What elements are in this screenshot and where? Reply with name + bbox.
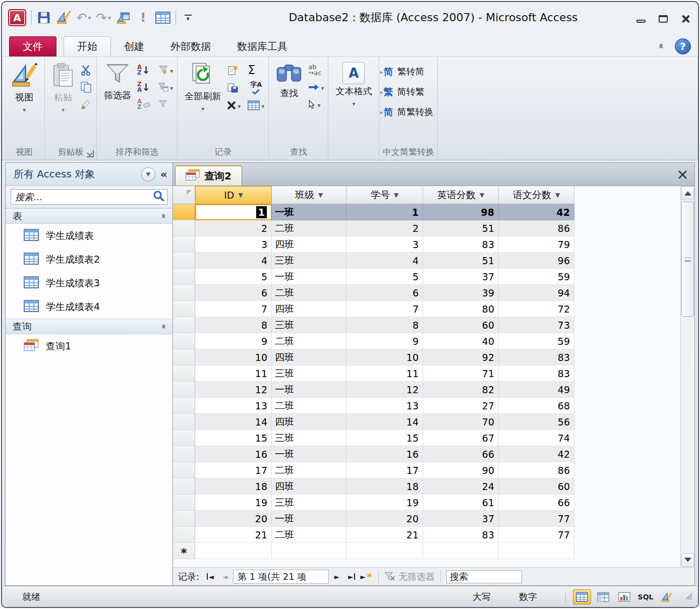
no-filter-button[interactable]: 无筛选器 [384,571,435,583]
row-selector[interactable] [173,398,195,414]
scrollbar-thumb[interactable] [681,202,694,317]
cell[interactable]: 一班 [272,269,346,285]
resize-grip-icon[interactable] [684,591,693,602]
advanced-filter-button[interactable] [158,64,173,76]
save-icon[interactable] [37,10,51,26]
cell[interactable]: 1 [346,204,423,220]
datasheet-view-icon[interactable] [573,589,591,604]
view-switch-icon[interactable] [116,10,131,26]
row-selector[interactable] [173,204,195,220]
cell[interactable]: 51 [423,253,499,269]
cell[interactable]: 4 [195,253,272,269]
refresh-all-button[interactable]: 全部刷新 [182,61,224,114]
cell[interactable]: 17 [195,462,272,478]
sidebar-item-query-1[interactable]: 查询1 [6,334,172,358]
design-view-icon[interactable] [658,589,676,604]
design-view-icon[interactable] [56,10,71,26]
cut-button[interactable] [80,64,92,76]
tab-database-tools[interactable]: 数据库工具 [224,36,301,56]
cell[interactable]: 66 [423,446,499,462]
cell[interactable]: 二班 [272,527,346,543]
cell[interactable]: 74 [499,430,574,446]
record-search-input[interactable] [446,570,522,583]
cell[interactable]: 20 [346,511,423,527]
simplified-traditional-convert-button[interactable]: 简 简繁转换 [383,104,433,119]
scrollbar-track[interactable] [681,201,694,553]
cell[interactable]: 60 [423,317,499,333]
cell[interactable]: 11 [195,366,272,382]
cell[interactable]: 四班 [272,349,346,366]
save-record-button[interactable] [227,82,241,94]
row-selector[interactable] [173,269,195,285]
cell[interactable]: 77 [499,511,574,527]
cell[interactable]: 三班 [272,253,346,269]
navigation-menu-icon[interactable]: ▼ [141,167,155,181]
cell[interactable]: 56 [499,414,574,430]
scroll-up-icon[interactable] [681,187,694,200]
copy-button[interactable] [80,81,92,93]
redo-icon[interactable]: ↷▾ [96,10,110,26]
cell[interactable]: 14 [195,414,272,430]
cell[interactable]: 9 [346,333,423,349]
cell[interactable]: 72 [499,301,574,317]
cell[interactable]: 四班 [272,301,346,317]
last-record-button[interactable]: ► [345,570,358,583]
pivottable-view-icon[interactable] [594,589,612,604]
cell[interactable]: 9 [195,333,272,349]
cell[interactable]: 10 [346,349,423,366]
cell[interactable]: 二班 [272,462,346,478]
cell[interactable]: 51 [423,220,499,236]
cell[interactable]: 94 [499,285,574,301]
collapse-ribbon-icon[interactable]: » [656,43,666,49]
search-input[interactable] [15,192,153,202]
cell[interactable]: 61 [423,495,499,511]
table-icon[interactable] [155,10,170,26]
cell[interactable]: 60 [499,478,574,495]
cell[interactable]: 三班 [272,430,346,446]
row-selector[interactable] [173,511,195,527]
cell[interactable]: 12 [346,382,423,398]
cell[interactable]: 5 [346,269,423,285]
tab-file[interactable]: 文件 [9,36,56,56]
sidebar-item-table-3[interactable]: 学生成绩表3 [6,271,172,295]
cell[interactable]: 68 [499,398,574,414]
cell[interactable]: 一班 [272,382,346,398]
cell[interactable]: 8 [195,317,272,333]
empty-cell[interactable] [195,543,272,559]
new-record-selector[interactable]: * [173,543,195,559]
row-selector[interactable] [173,317,195,333]
cell[interactable]: 二班 [272,333,346,349]
row-selector[interactable] [173,236,195,253]
cell[interactable]: 92 [423,349,499,366]
row-selector[interactable] [173,495,195,511]
cell[interactable]: 7 [346,301,423,317]
cell[interactable]: 二班 [272,285,346,301]
cell[interactable]: 14 [346,414,423,430]
cell[interactable]: 四班 [272,414,346,430]
cell[interactable]: 86 [499,462,574,478]
cell[interactable]: 18 [346,478,423,495]
document-tab-query2[interactable]: 查询2 [175,165,242,186]
column-header-语文分数[interactable]: 语文分数▼ [499,186,574,204]
cell[interactable]: 71 [423,366,499,382]
cell[interactable]: 40 [423,333,499,349]
tab-create[interactable]: 创建 [111,36,157,56]
cell[interactable]: 82 [423,382,499,398]
cell[interactable]: 16 [195,446,272,462]
pivotchart-view-icon[interactable] [615,589,633,604]
search-icon[interactable] [153,190,165,204]
cell[interactable]: 98 [423,204,499,220]
cell[interactable]: 59 [499,269,574,285]
column-header-ID[interactable]: ID▼ [195,186,272,204]
undo-icon[interactable]: ↶▾ [76,10,91,26]
cell[interactable]: 42 [499,204,574,220]
row-selector[interactable] [173,285,195,301]
goto-button[interactable] [308,81,324,93]
cell[interactable]: 13 [195,398,272,414]
next-record-button[interactable]: ► [330,570,343,583]
section-header-tables[interactable]: 表 » [6,208,172,224]
clear-sort-button[interactable]: AZ [137,98,151,110]
column-header-班级[interactable]: 班级▼ [272,186,346,204]
cell[interactable]: 73 [499,317,574,333]
cell[interactable]: 37 [423,269,499,285]
